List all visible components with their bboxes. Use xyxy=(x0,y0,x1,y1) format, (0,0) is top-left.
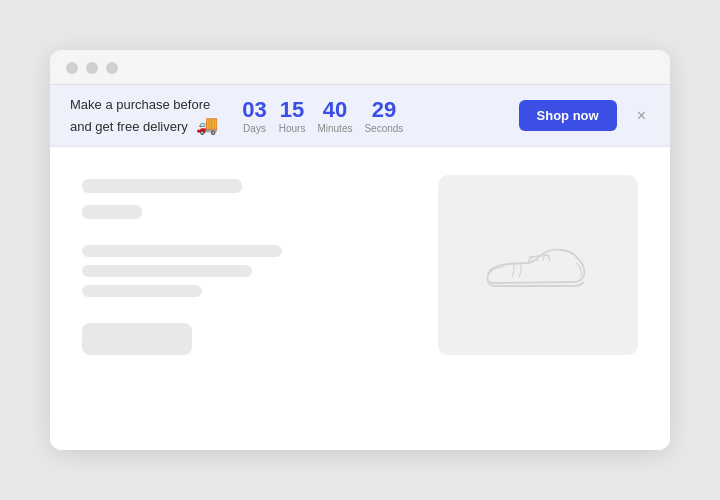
seconds-label: Seconds xyxy=(364,124,403,134)
traffic-light-red xyxy=(66,62,78,74)
countdown-hours: 15 Hours xyxy=(279,98,306,134)
shop-now-button[interactable]: Shop now xyxy=(519,100,617,131)
notification-text-line2: and get free delivery xyxy=(70,119,188,134)
hours-label: Hours xyxy=(279,124,306,134)
notification-bar: Make a purchase before and get free deli… xyxy=(50,85,670,147)
skeleton-title-small xyxy=(82,205,142,219)
traffic-light-green xyxy=(106,62,118,74)
close-notification-button[interactable]: × xyxy=(633,105,650,127)
skeleton-line-1 xyxy=(82,245,282,257)
browser-window: Make a purchase before and get free deli… xyxy=(50,50,670,450)
hours-value: 15 xyxy=(280,98,304,122)
days-label: Days xyxy=(243,124,266,134)
skeleton-title-large xyxy=(82,179,242,193)
countdown-days: 03 Days xyxy=(242,98,266,134)
countdown-minutes: 40 Minutes xyxy=(317,98,352,134)
browser-chrome xyxy=(50,50,670,85)
notification-message: Make a purchase before and get free deli… xyxy=(70,95,218,136)
skeleton-group-1 xyxy=(82,239,410,297)
page-content xyxy=(50,147,670,450)
minutes-label: Minutes xyxy=(317,124,352,134)
skeleton-button xyxy=(82,323,192,355)
notification-text-line1: Make a purchase before xyxy=(70,97,210,112)
countdown-seconds: 29 Seconds xyxy=(364,98,403,134)
product-image-container xyxy=(438,175,638,355)
notification-left: Make a purchase before and get free deli… xyxy=(70,95,403,136)
days-value: 03 xyxy=(242,98,266,122)
minutes-value: 40 xyxy=(323,98,347,122)
traffic-light-yellow xyxy=(86,62,98,74)
seconds-value: 29 xyxy=(372,98,396,122)
svg-line-2 xyxy=(543,256,544,261)
product-image-sneaker xyxy=(478,229,598,301)
skeleton-line-3 xyxy=(82,285,202,297)
skeleton-line-2 xyxy=(82,265,252,277)
content-left xyxy=(82,175,410,355)
countdown-timer: 03 Days 15 Hours 40 Minutes 29 Seconds xyxy=(242,98,403,134)
delivery-truck-emoji: 🚚 xyxy=(196,115,218,135)
